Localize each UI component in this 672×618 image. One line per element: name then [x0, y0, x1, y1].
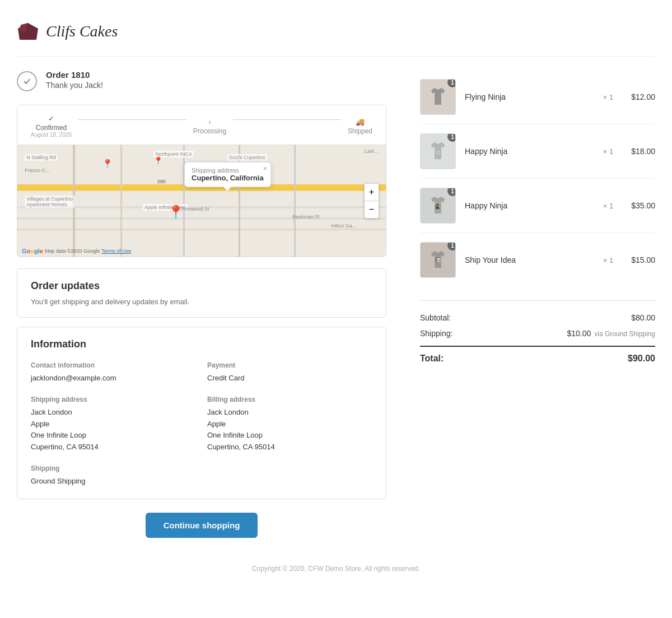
page-footer: Copyright © 2020, CFW Demo Store. All ri… — [17, 556, 655, 582]
subtotal-label: Subtotal: — [420, 313, 451, 322]
billing-address: Billing address Jack London Apple One In… — [207, 396, 372, 453]
shipping-via: via Ground Shipping — [594, 330, 655, 338]
shipping-value: $10.00 — [567, 329, 591, 338]
shipping-method-value: Ground Shipping — [31, 476, 196, 487]
item-image-4: 💀 1 — [420, 242, 456, 278]
payment-info: Payment Credit Card — [207, 361, 372, 384]
map-location-pin: 📍 — [167, 205, 184, 220]
logo-text: Clifs Cakes — [46, 22, 118, 40]
item-image-1: 1 — [420, 79, 456, 115]
order-thank-you: Thank you Jack! — [46, 81, 103, 90]
map-zoom-out[interactable]: − — [365, 201, 379, 218]
svg-marker-2 — [431, 88, 445, 105]
step-confirmed: ✓ Confirmed August 18, 2020 — [31, 114, 72, 138]
subtotal-row: Subtotal: $80.00 — [420, 310, 655, 326]
svg-text:🥷: 🥷 — [435, 203, 440, 209]
logo-icon — [17, 20, 39, 43]
item-name-4: Ship Your Idea — [465, 255, 594, 264]
contact-info: Contact information jacklondon@example.c… — [31, 361, 196, 384]
order-updates-text: You'll get shipping and delivery updates… — [31, 298, 372, 306]
item-qty-3: × 1 — [603, 202, 613, 210]
map-footer: Google Map data ©2020 Google Terms of Us… — [22, 248, 131, 254]
item-qty-4: × 1 — [603, 256, 613, 264]
item-name-1: Flying Ninja — [465, 92, 594, 101]
order-item: 1 Happy Ninja × 1 $18.00 — [420, 124, 655, 179]
step-shipped: 🚚 Shipped — [348, 118, 372, 135]
order-item: 🥷 1 Happy Ninja × 1 $35.00 — [420, 179, 655, 233]
map-container: N Stalling Rd Franco C... Northpoint INC… — [17, 145, 386, 257]
item-qty-1: × 1 — [603, 93, 613, 101]
left-column: Order 1810 Thank you Jack! ✓ Confirmed A… — [17, 70, 386, 556]
item-qty-2: × 1 — [603, 147, 613, 156]
shipping-address-value: Jack London Apple One Infinite Loop Cupe… — [31, 407, 196, 453]
order-item: 1 Flying Ninja × 1 $12.00 — [420, 70, 655, 124]
order-check-circle — [17, 71, 37, 91]
billing-address-value: Jack London Apple One Infinite Loop Cupe… — [207, 407, 372, 453]
svg-point-4 — [436, 150, 440, 155]
item-name-2: Happy Ninja — [465, 147, 594, 156]
page-header: Clifs Cakes — [17, 11, 655, 57]
right-column: 1 Flying Ninja × 1 $12.00 1 Hap — [420, 70, 655, 556]
grand-total-row: Total: $90.00 — [420, 346, 655, 367]
item-price-4: $15.00 — [631, 255, 655, 264]
order-info: Order 1810 Thank you Jack! — [46, 70, 103, 90]
shipping-row: Shipping: $10.00 via Ground Shipping — [420, 326, 655, 341]
shipping-address: Shipping address Jack London Apple One I… — [31, 396, 196, 453]
payment-method: Credit Card — [207, 373, 372, 384]
subtotal-value: $80.00 — [631, 313, 655, 322]
shipping-label: Shipping: — [420, 329, 452, 338]
contact-email: jacklondon@example.com — [31, 373, 196, 384]
walmart-pin: 📍 — [102, 159, 113, 169]
map-zoom-controls[interactable]: + − — [364, 183, 379, 219]
svg-text:💀: 💀 — [436, 258, 441, 263]
total-value: $90.00 — [628, 354, 655, 364]
step-processing: › Processing — [193, 118, 226, 135]
shipping-amount: $10.00 via Ground Shipping — [567, 329, 655, 338]
information-section: Information Contact information jacklond… — [17, 327, 386, 499]
info-grid: Contact information jacklondon@example.c… — [31, 361, 372, 487]
totals-section: Subtotal: $80.00 Shipping: $10.00 via Gr… — [420, 300, 655, 367]
item-name-3: Happy Ninja — [465, 201, 594, 210]
continue-shopping-button[interactable]: Continue shopping — [146, 513, 258, 538]
item-price-1: $12.00 — [631, 92, 655, 101]
item-image-2: 1 — [420, 133, 456, 169]
order-number: Order 1810 — [46, 70, 103, 80]
item-price-2: $18.00 — [631, 147, 655, 156]
order-updates-box: Order updates You'll get shipping and de… — [17, 268, 386, 318]
order-item: 💀 1 Ship Your Idea × 1 $15.00 — [420, 233, 655, 287]
map-popup: × Shipping address Cupertino, California — [184, 162, 271, 187]
order-updates-title: Order updates — [31, 280, 372, 292]
order-status: Order 1810 Thank you Jack! — [17, 70, 386, 91]
item-price-3: $35.00 — [631, 201, 655, 210]
progress-section: ✓ Confirmed August 18, 2020 › Processing… — [17, 105, 386, 257]
map-popup-close[interactable]: × — [263, 165, 267, 173]
map-zoom-in[interactable]: + — [365, 184, 379, 201]
item-image-3: 🥷 1 — [420, 188, 456, 224]
shipping-method: Shipping Ground Shipping — [31, 464, 196, 487]
information-title: Information — [31, 338, 372, 350]
order-items-list: 1 Flying Ninja × 1 $12.00 1 Hap — [420, 70, 655, 287]
total-label: Total: — [420, 354, 444, 364]
